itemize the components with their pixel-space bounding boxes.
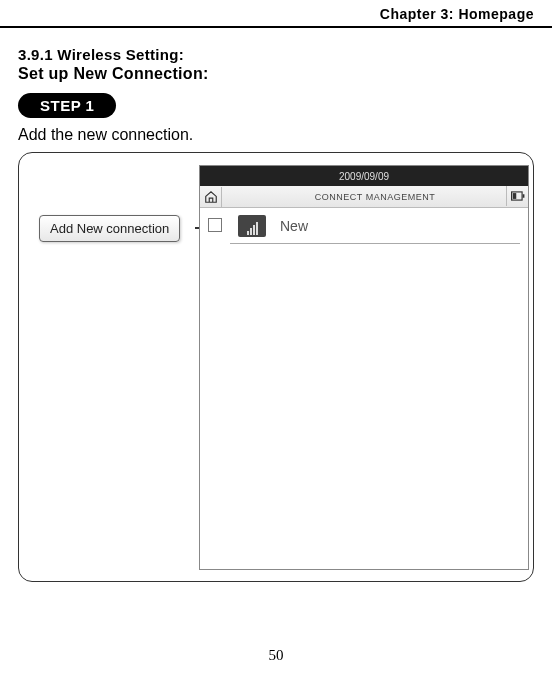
content-area: 3.9.1 Wireless Setting: Set up New Conne… bbox=[0, 46, 552, 582]
device-screenshot: 2009/09/09 CONNECT MANAGEMENT bbox=[199, 165, 529, 570]
svg-rect-1 bbox=[512, 193, 516, 199]
device-status-bar: 2009/09/09 bbox=[200, 166, 528, 186]
chapter-header: Chapter 3: Homepage bbox=[0, 0, 552, 28]
wifi-signal-icon bbox=[238, 215, 266, 237]
connection-name-label: New bbox=[280, 218, 308, 234]
section-number: 3.9.1 Wireless Setting: bbox=[18, 46, 534, 63]
battery-icon bbox=[506, 186, 528, 206]
step-badge: STEP 1 bbox=[18, 93, 116, 118]
step-description: Add the new connection. bbox=[18, 126, 534, 144]
list-item-checkbox[interactable] bbox=[208, 218, 222, 232]
callout-add-new-connection: Add New connection bbox=[39, 215, 180, 242]
status-bar-date: 2009/09/09 bbox=[339, 171, 389, 182]
page-number: 50 bbox=[0, 647, 552, 664]
connection-list-item[interactable]: New bbox=[230, 208, 520, 244]
device-screen-body: New bbox=[200, 208, 528, 569]
titlebar-text: CONNECT MANAGEMENT bbox=[222, 192, 528, 202]
home-icon[interactable] bbox=[200, 187, 222, 207]
device-titlebar: CONNECT MANAGEMENT bbox=[200, 186, 528, 208]
section-title: Set up New Connection: bbox=[18, 65, 534, 83]
svg-rect-2 bbox=[522, 194, 524, 198]
figure-frame: Add New connection 2009/09/09 CONNECT MA… bbox=[18, 152, 534, 582]
